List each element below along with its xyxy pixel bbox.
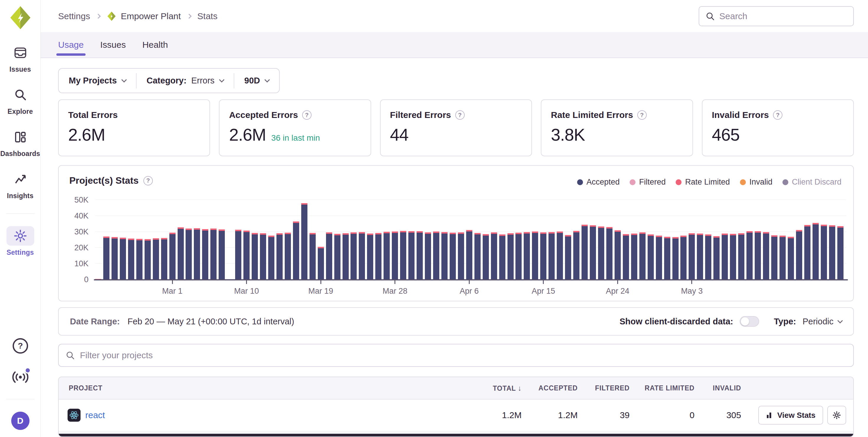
x-axis-tick: Apr 15: [532, 287, 555, 296]
help-button[interactable]: ?: [11, 336, 30, 355]
cell-invalid: 305: [694, 410, 741, 420]
explore-icon: [6, 85, 34, 105]
period-selector[interactable]: 90D: [234, 69, 279, 93]
help-icon[interactable]: ?: [455, 110, 465, 120]
chart-bar: [268, 236, 274, 279]
chart-bar: [194, 228, 200, 279]
help-icon[interactable]: ?: [637, 110, 647, 120]
project-selector[interactable]: My Projects: [59, 69, 136, 93]
chart-bar: [804, 225, 810, 279]
global-search[interactable]: [699, 6, 854, 26]
chart-bar: [136, 239, 143, 279]
stat-card-rate-limited-errors: Rate Limited Errors ? 3.8K: [541, 99, 693, 156]
stat-value: 2.6M: [229, 125, 266, 144]
sidebar-item-dashboards[interactable]: Dashboards: [3, 127, 38, 158]
settings-gear-icon: [6, 226, 34, 246]
category-selector[interactable]: Category: Errors: [136, 69, 234, 93]
legend-filtered[interactable]: Filtered: [630, 177, 665, 187]
chart-bar: [343, 233, 349, 279]
chart-bar: [639, 232, 646, 279]
type-selector[interactable]: Periodic: [803, 317, 842, 327]
y-axis-tick: 40K: [74, 211, 89, 221]
client-discard-toggle-label: Show client-discarded data:: [620, 317, 733, 327]
project-filter-input[interactable]: [80, 350, 846, 360]
table-footer-gap: [59, 431, 853, 434]
x-axis-tick: Mar 1: [162, 287, 183, 296]
sidebar-item-insights[interactable]: Insights: [3, 170, 38, 200]
breadcrumb-settings[interactable]: Settings: [58, 11, 90, 21]
chart-bar: [458, 232, 464, 279]
chart-bar: [713, 236, 720, 279]
project-link[interactable]: react: [85, 410, 105, 420]
legend-accepted[interactable]: Accepted: [577, 177, 620, 187]
chart-bar: [829, 225, 835, 279]
sidebar: Issues Explore: [0, 0, 41, 437]
y-axis-tick: 50K: [74, 196, 89, 205]
stat-value: 3.8K: [551, 125, 585, 144]
chart-bar: [243, 231, 250, 279]
chart-bar: [474, 233, 480, 279]
stat-card-accepted-errors: Accepted Errors ? 2.6M 36 in last min: [219, 99, 371, 156]
chart-bar: [309, 233, 316, 279]
y-axis-tick: 20K: [74, 243, 89, 253]
chart-bar: [796, 230, 802, 279]
chart-bar: [540, 232, 547, 279]
project-settings-button[interactable]: [827, 406, 846, 425]
project-filter[interactable]: [58, 344, 854, 367]
chart-bar: [648, 234, 654, 279]
help-icon[interactable]: ?: [144, 176, 153, 186]
search-input[interactable]: [719, 11, 847, 21]
filter-bar: My Projects Category: Errors 90D: [58, 68, 280, 93]
stat-value: 2.6M: [68, 125, 105, 144]
stat-cards: Total Errors 2.6M Accepted Errors ? 2.6M…: [58, 99, 854, 156]
chart-bar: [763, 232, 769, 279]
client-discard-toggle[interactable]: [740, 316, 759, 327]
column-filtered[interactable]: FILTERED: [578, 384, 630, 392]
column-total[interactable]: TOTAL↓: [464, 384, 522, 393]
chart-bar: [276, 233, 283, 279]
table-header: PROJECT TOTAL↓ ACCEPTED FILTERED RATE LI…: [59, 377, 853, 400]
org-logo-icon[interactable]: [8, 5, 33, 30]
question-circle-icon: ?: [12, 337, 29, 355]
chart-bar: [350, 232, 357, 279]
chart-bar: [260, 233, 266, 279]
sidebar-item-explore[interactable]: Explore: [3, 85, 38, 115]
sidebar-item-settings[interactable]: Settings: [3, 226, 38, 257]
chart-bar: [499, 234, 505, 279]
legend-rate-limited[interactable]: Rate Limited: [676, 177, 730, 187]
tab-health[interactable]: Health: [142, 32, 168, 58]
project-stats-chart-card: Project(s) Stats ? Accepted Filtered Rat…: [58, 165, 854, 301]
breadcrumb-stats[interactable]: Stats: [197, 11, 217, 21]
legend-invalid[interactable]: Invalid: [740, 177, 772, 187]
breadcrumb-org[interactable]: Empower Plant: [106, 11, 181, 21]
search-icon: [706, 12, 715, 21]
chart-bar: [788, 237, 794, 279]
sidebar-nav: Issues Explore: [3, 43, 38, 257]
x-axis-tick: Mar 19: [308, 287, 333, 296]
chart-bar: [235, 230, 241, 279]
help-icon[interactable]: ?: [773, 110, 782, 120]
column-invalid[interactable]: INVALID: [694, 384, 741, 392]
column-rate-limited[interactable]: RATE LIMITED: [630, 384, 694, 392]
type-label: Type:: [774, 317, 796, 327]
sidebar-item-issues[interactable]: Issues: [3, 43, 38, 73]
user-avatar[interactable]: D: [11, 412, 30, 430]
tab-usage[interactable]: Usage: [58, 32, 84, 58]
chart-bar: [507, 233, 514, 279]
column-accepted[interactable]: ACCEPTED: [522, 384, 578, 392]
chart-bar: [689, 233, 695, 279]
x-axis-tick: Apr 6: [460, 287, 479, 296]
chart-bar: [771, 235, 777, 279]
chart-legend: Accepted Filtered Rate Limited Invalid: [577, 177, 841, 187]
view-stats-button[interactable]: View Stats: [758, 406, 823, 425]
whats-new-button[interactable]: [11, 368, 30, 386]
column-project[interactable]: PROJECT: [59, 384, 464, 392]
chart-bar: [293, 222, 299, 279]
help-icon[interactable]: ?: [302, 110, 312, 120]
tab-issues[interactable]: Issues: [100, 32, 126, 58]
chart-bar: [598, 227, 604, 279]
legend-client-discard[interactable]: Client Discard: [782, 177, 841, 187]
org-avatar-icon: [106, 11, 117, 21]
chart-bar: [359, 232, 365, 279]
chart-title: Project(s) Stats: [69, 175, 139, 186]
